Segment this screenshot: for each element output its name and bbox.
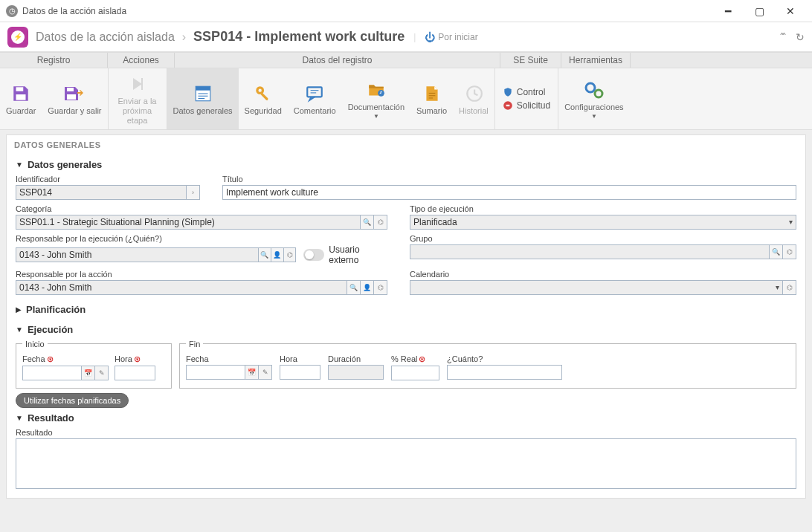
fieldset-inicio: Inicio Fecha⊛ 📅 ✎ Hora⊛ (16, 340, 172, 389)
responsable-accion-search-button[interactable]: 🔍 (347, 280, 361, 295)
label-grupo: Grupo (410, 234, 796, 243)
save-exit-button[interactable]: Guardar y salir (42, 68, 107, 129)
chevron-down-icon: ▾ (789, 218, 793, 226)
fecha-fin-clear-button[interactable]: ✎ (259, 365, 272, 380)
resultado-textarea[interactable] (16, 438, 796, 489)
label-hora-inicio: Hora⊛ (115, 354, 155, 364)
categoria-input[interactable] (16, 215, 361, 230)
chevron-down-icon: ▼ (16, 160, 23, 169)
tipo-ejecucion-select[interactable]: Planificada ▾ (410, 215, 796, 230)
request-label: Solicitud (517, 100, 550, 111)
identificador-input[interactable] (16, 185, 187, 200)
usuario-externo-toggle[interactable] (303, 249, 324, 261)
svg-rect-1 (16, 94, 26, 100)
save-exit-icon (64, 82, 85, 105)
categoria-tree-button[interactable]: ⌬ (374, 215, 387, 230)
use-planned-dates-button[interactable]: Utilizar fechas planificadas (16, 393, 129, 408)
cuanto-input[interactable] (447, 365, 562, 380)
label-responsable-ejec: Responsable por la ejecución (¿Quién?) (16, 234, 387, 243)
fecha-inicio-clear-button[interactable]: ✎ (95, 366, 109, 380)
breadcrumb: ⚡ Datos de la acción aislada › SSP014 - … (0, 22, 812, 52)
collapse-icon[interactable]: ˄˄ (779, 31, 784, 43)
history-icon (464, 82, 483, 105)
settings-button[interactable]: Configuraciones ▼ (558, 68, 630, 129)
tab-acciones[interactable]: Acciones (108, 53, 175, 68)
identificador-goto-button[interactable]: › (187, 185, 200, 200)
breadcrumb-separator: › (182, 30, 186, 44)
control-label: Control (517, 87, 546, 97)
section-title: Resultado (28, 412, 74, 424)
legend-fin: Fin (186, 340, 203, 348)
breadcrumb-divider: | (413, 32, 416, 42)
send-next-icon (129, 73, 146, 95)
fecha-fin-calendar-button[interactable]: 📅 (245, 365, 259, 380)
documentation-label: Documentación (348, 103, 405, 112)
chevron-down-icon: ▼ (591, 113, 597, 120)
tab-registro[interactable]: Registro (0, 53, 108, 68)
fecha-inicio-calendar-button[interactable]: 📅 (82, 366, 95, 380)
refresh-icon[interactable]: ↻ (796, 31, 805, 43)
label-categoria: Categoría (16, 204, 387, 213)
responsable-accion-user-button[interactable]: 👤 (361, 280, 374, 295)
categoria-search-button[interactable]: 🔍 (361, 215, 374, 230)
breadcrumb-root[interactable]: Datos de la acción aislada (36, 30, 175, 44)
chevron-down-icon: ▼ (16, 414, 23, 422)
general-data-button[interactable]: Datos generales (167, 68, 239, 129)
svg-rect-14 (307, 88, 322, 97)
grupo-search-button[interactable]: 🔍 (770, 244, 783, 259)
fecha-inicio-input[interactable] (22, 366, 82, 380)
section-toggle-resultado[interactable]: ▼ Resultado (16, 408, 796, 428)
label-usuario-externo: Usuario externo (329, 244, 387, 265)
folder-icon (367, 79, 386, 101)
request-icon (503, 100, 513, 111)
hora-inicio-input[interactable] (115, 366, 155, 380)
documentation-button[interactable]: Documentación ▼ (342, 68, 410, 129)
responsable-accion-input[interactable] (16, 280, 347, 295)
hora-fin-input[interactable] (280, 365, 320, 380)
calendario-select[interactable]: ▾ (410, 280, 783, 295)
chevron-down-icon: ▾ (776, 283, 779, 291)
section-toggle-ejecucion[interactable]: ▼ Ejecución (16, 319, 796, 340)
tab-datos[interactable]: Datos del registro (175, 53, 500, 68)
pct-real-input[interactable] (391, 366, 439, 380)
calendario-clear-button[interactable]: ⌬ (783, 280, 796, 295)
main-panel: DATOS GENERALES ▼ Datos generales Identi… (6, 134, 806, 499)
summary-icon (422, 82, 442, 105)
comment-label: Comentario (294, 106, 336, 116)
content-scroll[interactable]: DATOS GENERALES ▼ Datos generales Identi… (0, 130, 812, 532)
save-button[interactable]: Guardar (0, 68, 42, 129)
comment-button[interactable]: Comentario (288, 68, 342, 129)
fecha-fin-input[interactable] (186, 365, 245, 380)
minimize-button[interactable]: ━ (712, 1, 744, 22)
section-toggle-datos-generales[interactable]: ▼ Datos generales (16, 155, 796, 175)
maximize-button[interactable]: ▢ (744, 1, 775, 22)
comment-icon (305, 82, 324, 105)
label-resultado: Resultado (16, 428, 796, 437)
responsable-ejec-input[interactable] (16, 247, 259, 262)
control-link[interactable]: Control (503, 87, 550, 97)
request-link[interactable]: Solicitud (503, 100, 550, 111)
power-icon: ⏻ (425, 31, 435, 43)
grupo-clear-button[interactable]: ⌬ (783, 244, 796, 259)
titulo-input[interactable] (222, 185, 796, 200)
save-icon (11, 82, 30, 105)
responsable-accion-clear-button[interactable]: ⌬ (374, 280, 387, 295)
security-button[interactable]: Seguridad (239, 68, 288, 129)
summary-button[interactable]: Sumario (410, 68, 453, 129)
svg-point-26 (597, 93, 599, 95)
responsable-ejec-user-button[interactable]: 👤 (271, 247, 284, 262)
panel-header: DATOS GENERALES (7, 135, 805, 155)
section-toggle-planificacion[interactable]: ▶ Planificación (16, 299, 796, 319)
save-exit-label: Guardar y salir (48, 106, 101, 116)
gears-icon (584, 79, 605, 101)
send-next-label: Enviar a la próxima etapa (115, 97, 161, 126)
tab-suite[interactable]: SE Suite (500, 53, 561, 68)
responsable-ejec-clear-button[interactable]: ⌬ (284, 247, 297, 262)
section-title: Ejecución (28, 324, 73, 335)
app-icon: ◷ (6, 5, 18, 17)
grupo-input[interactable] (410, 244, 770, 259)
svg-rect-20 (428, 98, 432, 99)
tab-herramientas[interactable]: Herramientas (561, 53, 631, 68)
close-button[interactable]: ✕ (775, 1, 806, 22)
responsable-ejec-search-button[interactable]: 🔍 (259, 247, 271, 262)
